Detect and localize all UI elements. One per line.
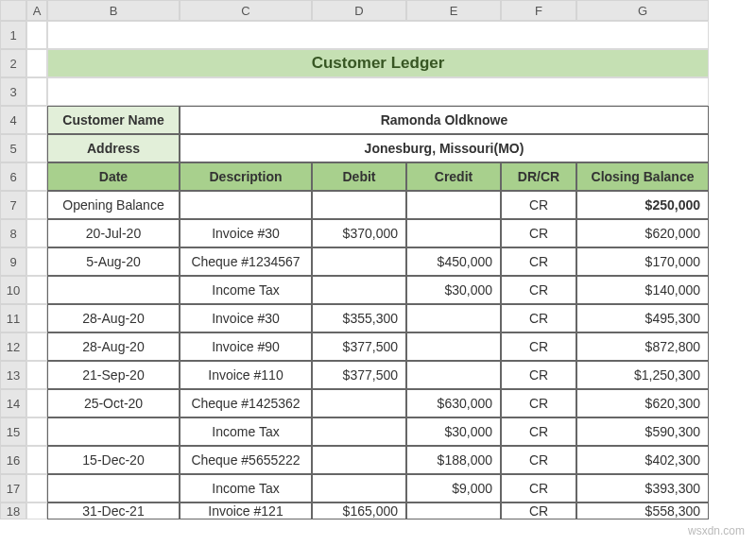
row-header-11[interactable]: 11 (0, 304, 26, 332)
row-header-5[interactable]: 5 (0, 134, 26, 162)
cell-desc[interactable]: Cheque #1234567 (180, 247, 312, 276)
cell-row1-blank[interactable] (47, 21, 709, 49)
cell-drcr[interactable]: CR (501, 417, 576, 446)
cell-A16[interactable] (26, 446, 47, 474)
cell-desc[interactable]: Invoice #110 (180, 361, 312, 389)
cell-A17[interactable] (26, 474, 47, 502)
cell-drcr[interactable]: CR (501, 191, 576, 219)
cell-date[interactable] (47, 474, 180, 502)
cell-drcr[interactable]: CR (501, 502, 576, 519)
cell-debit[interactable]: $355,300 (312, 304, 406, 332)
cell-A14[interactable] (26, 389, 47, 417)
cell-closing[interactable]: $393,300 (576, 474, 709, 502)
cell-desc[interactable]: Invoice #90 (180, 332, 312, 361)
cell-desc[interactable]: Income Tax (180, 276, 312, 304)
cell-closing[interactable]: $170,000 (576, 247, 709, 276)
row-header-14[interactable]: 14 (0, 389, 26, 417)
cell-date[interactable]: 31-Dec-21 (47, 502, 180, 519)
cell-credit[interactable] (406, 361, 501, 389)
cell-credit[interactable] (406, 219, 501, 247)
cell-drcr[interactable]: CR (501, 446, 576, 474)
row-header-7[interactable]: 7 (0, 191, 26, 219)
cell-credit[interactable] (406, 191, 501, 219)
row-header-12[interactable]: 12 (0, 332, 26, 361)
cell-credit[interactable]: $188,000 (406, 446, 501, 474)
cell-date[interactable] (47, 417, 180, 446)
cell-debit[interactable] (312, 474, 406, 502)
cell-closing[interactable]: $140,000 (576, 276, 709, 304)
label-customer-name[interactable]: Customer Name (47, 106, 180, 134)
cell-A7[interactable] (26, 191, 47, 219)
cell-date[interactable]: 21-Sep-20 (47, 361, 180, 389)
cell-desc[interactable]: Invoice #30 (180, 219, 312, 247)
cell-credit[interactable]: $30,000 (406, 276, 501, 304)
cell-debit[interactable]: $165,000 (312, 502, 406, 519)
cell-debit[interactable] (312, 417, 406, 446)
cell-closing[interactable]: $590,300 (576, 417, 709, 446)
label-address[interactable]: Address (47, 134, 180, 162)
col-header-B[interactable]: B (47, 0, 180, 21)
col-header-D[interactable]: D (312, 0, 406, 21)
cell-A18[interactable] (26, 502, 47, 519)
cell-credit[interactable]: $30,000 (406, 417, 501, 446)
cell-desc[interactable]: Cheque #1425362 (180, 389, 312, 417)
cell-A11[interactable] (26, 304, 47, 332)
row-header-10[interactable]: 10 (0, 276, 26, 304)
value-customer-name[interactable]: Ramonda Oldknowe (180, 106, 709, 134)
cell-drcr[interactable]: CR (501, 304, 576, 332)
cell-date[interactable]: 28-Aug-20 (47, 304, 180, 332)
cell-date[interactable]: 28-Aug-20 (47, 332, 180, 361)
cell-date[interactable]: Opening Balance (47, 191, 180, 219)
cell-closing[interactable]: $872,800 (576, 332, 709, 361)
cell-closing[interactable]: $495,300 (576, 304, 709, 332)
cell-credit[interactable] (406, 332, 501, 361)
row-header-4[interactable]: 4 (0, 106, 26, 134)
col-header-F[interactable]: F (501, 0, 576, 21)
cell-closing[interactable]: $402,300 (576, 446, 709, 474)
col-header-C[interactable]: C (180, 0, 312, 21)
select-all-corner[interactable] (0, 0, 26, 21)
cell-credit[interactable]: $450,000 (406, 247, 501, 276)
cell-A1[interactable] (26, 21, 47, 49)
cell-desc[interactable] (180, 191, 312, 219)
cell-debit[interactable] (312, 276, 406, 304)
cell-credit[interactable]: $9,000 (406, 474, 501, 502)
row-header-6[interactable]: 6 (0, 162, 26, 191)
cell-A5[interactable] (26, 134, 47, 162)
th-date[interactable]: Date (47, 162, 180, 191)
cell-debit[interactable] (312, 247, 406, 276)
cell-drcr[interactable]: CR (501, 474, 576, 502)
value-address[interactable]: Jonesburg, Missouri(MO) (180, 134, 709, 162)
cell-desc[interactable]: Cheque #5655222 (180, 446, 312, 474)
cell-A13[interactable] (26, 361, 47, 389)
row-header-16[interactable]: 16 (0, 446, 26, 474)
cell-drcr[interactable]: CR (501, 219, 576, 247)
cell-closing[interactable]: $250,000 (576, 191, 709, 219)
row-header-15[interactable]: 15 (0, 417, 26, 446)
row-header-9[interactable]: 9 (0, 247, 26, 276)
cell-debit[interactable]: $370,000 (312, 219, 406, 247)
cell-drcr[interactable]: CR (501, 276, 576, 304)
cell-date[interactable] (47, 276, 180, 304)
cell-debit[interactable] (312, 446, 406, 474)
th-drcr[interactable]: DR/CR (501, 162, 576, 191)
cell-date[interactable]: 20-Jul-20 (47, 219, 180, 247)
col-header-G[interactable]: G (576, 0, 709, 21)
cell-row3-blank[interactable] (47, 77, 709, 106)
cell-A2[interactable] (26, 49, 47, 77)
cell-A10[interactable] (26, 276, 47, 304)
cell-desc[interactable]: Income Tax (180, 417, 312, 446)
th-debit[interactable]: Debit (312, 162, 406, 191)
cell-desc[interactable]: Income Tax (180, 474, 312, 502)
cell-drcr[interactable]: CR (501, 247, 576, 276)
cell-date[interactable]: 15-Dec-20 (47, 446, 180, 474)
th-closing[interactable]: Closing Balance (576, 162, 709, 191)
cell-closing[interactable]: $620,000 (576, 219, 709, 247)
row-header-8[interactable]: 8 (0, 219, 26, 247)
row-header-17[interactable]: 17 (0, 474, 26, 502)
cell-drcr[interactable]: CR (501, 361, 576, 389)
cell-debit[interactable] (312, 389, 406, 417)
cell-A8[interactable] (26, 219, 47, 247)
cell-A9[interactable] (26, 247, 47, 276)
cell-debit[interactable] (312, 191, 406, 219)
